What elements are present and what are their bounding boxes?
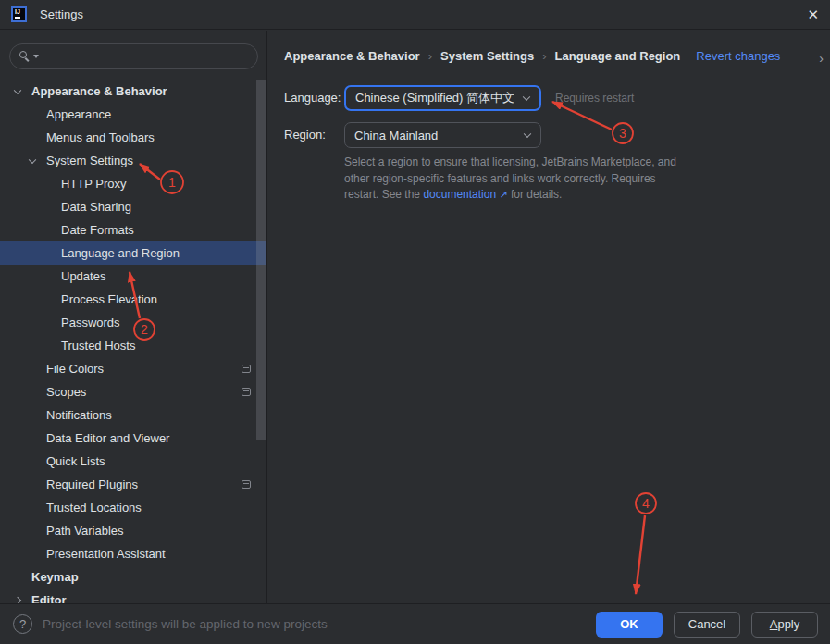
sidebar-item-label: Data Sharing [61,195,131,218]
sidebar-item-data-editor-and-viewer[interactable]: Data Editor and Viewer [0,427,266,450]
region-dropdown-value: China Mainland [354,129,438,142]
sidebar-item-label: Notifications [46,403,112,427]
logo-text: IJ [15,8,20,15]
chevron-right-icon[interactable] [14,596,21,603]
sidebar-item-data-sharing[interactable]: Data Sharing [0,195,266,218]
region-description: Select a region to ensure that licensing… [344,155,696,204]
footer-hint: Project-level settings will be applied t… [43,617,328,631]
project-settings-icon [242,480,251,489]
sidebar-item-menus-and-toolbars[interactable]: Menus and Toolbars [0,126,266,149]
chevron-down-icon[interactable] [14,86,21,93]
settings-search-box[interactable] [9,43,258,69]
region-label: Region: [284,128,326,142]
intellij-logo-icon: IJ [11,6,27,22]
external-link-icon: ↗ [499,189,507,200]
logo-underscore [15,17,20,19]
sidebar-item-label: Date Formats [61,218,134,242]
sidebar-item-label: Language and Region [61,242,180,265]
settings-sidebar: Appearance & Behavior Appearance Menus a… [0,31,267,603]
sidebar-item-required-plugins[interactable]: Required Plugins [0,473,266,496]
sidebar-item-label: Trusted Hosts [61,334,135,357]
sidebar-item-label: File Colors [46,357,104,380]
sidebar-item-label: HTTP Proxy [61,172,127,195]
language-dropdown-value: Chinese (Simplified) 简体中文 [355,90,514,106]
chevron-down-icon [524,130,531,137]
sidebar-item-appearance[interactable]: Appearance [0,103,266,126]
chevron-down-icon[interactable] [29,155,36,163]
sidebar-item-quick-lists[interactable]: Quick Lists [0,450,266,473]
sidebar-item-label: Scopes [46,380,86,403]
language-dropdown[interactable]: Chinese (Simplified) 简体中文 [344,85,541,111]
sidebar-item-system-settings[interactable]: System Settings [0,149,266,172]
sidebar-item-label: Path Variables [46,519,124,542]
chevron-down-icon [523,93,530,100]
sidebar-item-label: Passwords [61,311,120,334]
region-dropdown[interactable]: China Mainland [344,122,541,148]
search-history-chevron-icon[interactable] [33,55,39,58]
search-icon[interactable] [19,50,32,64]
settings-main-panel: Appearance & Behavior › System Settings … [268,31,830,603]
project-settings-icon [242,365,251,373]
sidebar-item-label: Quick Lists [46,450,105,473]
sidebar-item-label: Appearance [46,103,111,126]
project-settings-icon [242,388,251,396]
breadcrumb-separator: › [542,49,546,63]
sidebar-scrollbar-thumb[interactable] [256,80,266,440]
sidebar-item-label: System Settings [46,149,133,172]
sidebar-item-label: Updates [61,265,105,288]
language-label: Language: [284,91,341,105]
sidebar-item-keymap[interactable]: Keymap [0,565,266,588]
sidebar-item-date-formats[interactable]: Date Formats [0,218,266,242]
settings-dialog: IJ Settings ✕ Appearance & Behavior Appe… [0,0,830,644]
revert-changes-link[interactable]: Revert changes [696,49,780,63]
sidebar-item-label: Presentation Assistant [46,542,166,565]
sidebar-item-editor[interactable]: Editor [0,588,266,603]
search-input[interactable] [44,49,249,65]
sidebar-item-label: Process Elevation [61,288,157,311]
sidebar-item-trusted-hosts[interactable]: Trusted Hosts [0,334,266,357]
sidebar-item-language-and-region[interactable]: Language and Region [0,242,266,265]
sidebar-item-label: Data Editor and Viewer [46,427,169,450]
sidebar-item-passwords[interactable]: Passwords [0,311,266,334]
title-bar: IJ Settings ✕ [0,0,830,30]
breadcrumb-appearance-behavior[interactable]: Appearance & Behavior [284,49,420,63]
help-icon[interactable]: ? [13,614,32,634]
region-description-line3: restart. See the documentation ↗ for det… [344,187,696,204]
requires-restart-hint: Requires restart [555,92,634,105]
sidebar-item-appearance-behavior[interactable]: Appearance & Behavior [0,80,266,103]
cancel-button[interactable]: Cancel [674,612,740,638]
window-title: Settings [40,7,83,21]
dialog-buttons: OK Cancel Apply [596,612,818,638]
region-description-line1: Select a region to ensure that licensing… [344,155,696,171]
breadcrumb-system-settings[interactable]: System Settings [440,49,534,63]
sidebar-item-presentation-assistant[interactable]: Presentation Assistant [0,542,266,565]
close-icon[interactable]: ✕ [807,7,819,21]
documentation-link[interactable]: documentation [423,188,496,201]
sidebar-item-file-colors[interactable]: File Colors [0,357,266,380]
sidebar-item-label: Trusted Locations [46,496,142,519]
sidebar-item-scopes[interactable]: Scopes [0,380,266,403]
apply-button[interactable]: Apply [751,612,818,638]
settings-tree: Appearance & Behavior Appearance Menus a… [0,80,266,603]
sidebar-item-label: Required Plugins [46,473,138,496]
breadcrumb-separator: › [428,49,432,63]
sidebar-item-trusted-locations[interactable]: Trusted Locations [0,496,266,519]
breadcrumb: Appearance & Behavior › System Settings … [284,49,780,63]
sidebar-item-label: Appearance & Behavior [31,80,167,103]
chevron-right-icon[interactable]: › [819,51,824,66]
sidebar-item-path-variables[interactable]: Path Variables [0,519,266,542]
sidebar-item-updates[interactable]: Updates [0,265,266,288]
sidebar-item-process-elevation[interactable]: Process Elevation [0,288,266,311]
sidebar-item-label: Editor [31,588,67,603]
sidebar-item-notifications[interactable]: Notifications [0,403,266,427]
sidebar-item-label: Keymap [31,565,79,588]
sidebar-item-http-proxy[interactable]: HTTP Proxy [0,172,266,195]
ok-button[interactable]: OK [596,612,663,638]
region-description-line2: other region-specific features and links… [344,171,696,188]
breadcrumb-language-and-region: Language and Region [555,49,681,63]
sidebar-item-label: Menus and Toolbars [46,126,155,149]
dialog-footer: ? Project-level settings will be applied… [0,603,830,644]
